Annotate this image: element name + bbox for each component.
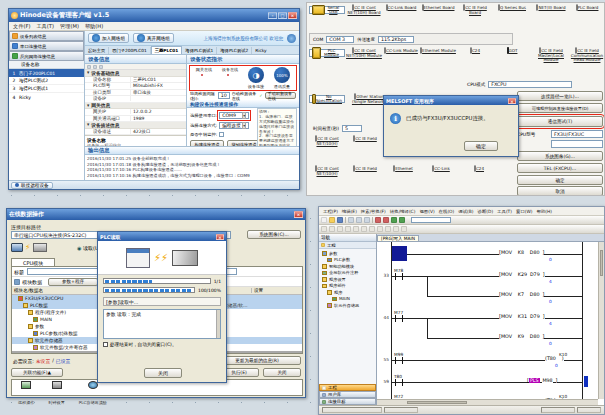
menu-edit[interactable]: 编辑(E) — [342, 209, 357, 214]
build-channel-button[interactable]: 构建连接通道 — [190, 140, 224, 146]
dialog-close-icon[interactable]: × — [508, 98, 516, 104]
manual-refresh-button[interactable]: 手动刷新设备在线 — [265, 92, 296, 99]
tab-siemens[interactable]: 西门子200PLC01 — [109, 47, 151, 54]
nav-button-connection[interactable]: 连接目标 — [319, 398, 376, 405]
pc-if-ccie-field-board[interactable]: CC IE Field Board — [457, 6, 493, 15]
col-setting[interactable]: 设置 — [252, 288, 302, 293]
open-icon[interactable] — [329, 217, 335, 223]
cut-icon[interactable] — [348, 217, 354, 223]
plc-if-ccie-field-head[interactable]: CC IE Field Communication Head Module — [569, 49, 605, 63]
other-station-none[interactable]: No Specification — [309, 95, 345, 103]
ladder-doc-tab[interactable]: [PRG]写入 MAIN — [377, 235, 419, 241]
pc-if-net2-board[interactable]: NET(II) Board — [533, 6, 569, 11]
plc-if-ccie-field-master[interactable]: CC IE Field Master/Local Module — [533, 49, 569, 63]
plc-if-ethernet-module[interactable]: Ethernet Module — [420, 49, 456, 54]
tab-hite1[interactable]: 海得PLC测试1 — [182, 47, 217, 54]
sidebar-item-device-list[interactable]: 设备列表信息 — [9, 31, 84, 41]
nav-button-project[interactable]: 工程 — [319, 384, 376, 391]
application-instr-icon[interactable] — [345, 226, 351, 232]
write-plc-icon[interactable] — [375, 217, 381, 223]
join-group-button[interactable]: 加入网络组 — [88, 33, 129, 43]
transfer-ok-button[interactable]: 确定 — [517, 175, 603, 185]
com-port-select[interactable]: COM9▾ — [219, 112, 249, 119]
menu-manage[interactable]: 管理(M) — [60, 23, 79, 30]
auto-close-checkbox[interactable] — [103, 342, 108, 347]
vertical-line-icon[interactable] — [353, 226, 359, 232]
menu-online[interactable]: 在线(O) — [439, 209, 455, 214]
menu-diagnostics[interactable]: 诊断(D) — [478, 209, 494, 214]
contact-symbol[interactable] — [395, 315, 403, 322]
param-program-button[interactable]: 参数+程序 — [48, 278, 98, 286]
save-icon[interactable] — [337, 217, 343, 223]
tab-hite2[interactable]: 海得PLC测试2 — [217, 47, 252, 54]
comm-test-button[interactable]: 通信测试(T) — [517, 116, 603, 127]
com-port-field[interactable]: COM 3 — [326, 36, 354, 43]
monitor-icon[interactable] — [391, 217, 397, 223]
system-image-button[interactable]: 系统图像(G)... — [517, 151, 603, 161]
sort-category-icon[interactable] — [87, 65, 91, 69]
menu-window[interactable]: 窗口(W) — [516, 209, 533, 214]
contact-symbol[interactable] — [395, 273, 403, 280]
ladder-canvas[interactable]: [MOV K8 D80 ] 0 33 M78 [MOV K29 D79 ] 4 … — [377, 242, 604, 405]
sort-az-icon[interactable] — [93, 65, 97, 69]
plc-if-got[interactable]: GOT — [494, 49, 530, 54]
pc-if-q-bus[interactable]: Q Series Bus — [494, 6, 530, 11]
vertical-scrollbar[interactable] — [598, 242, 604, 399]
relay-checkbox[interactable] — [219, 132, 224, 137]
plc-if-cclink-module[interactable]: CC-Link Module — [383, 49, 419, 54]
route-list-button[interactable]: 连接路径一览(L)... — [517, 91, 603, 101]
new-project-icon[interactable] — [321, 217, 327, 223]
connect-mode-select[interactable]: 编程连接▾ — [219, 122, 249, 129]
system-image-button[interactable]: 系统图像(C)... — [247, 230, 301, 239]
table-row[interactable]: 1西门子200PLC01 — [9, 69, 84, 77]
dialog-ok-button[interactable]: 确定 — [464, 141, 498, 151]
device-comment-icon[interactable] — [385, 226, 391, 232]
menu-help[interactable]: 帮助(H) — [537, 209, 553, 214]
tab-home[interactable]: 起始主页 — [85, 47, 109, 54]
auto-detect-check[interactable]: ✓ — [259, 93, 262, 98]
progress-log-list[interactable]: 参数 读取 : 完成 — [103, 309, 221, 339]
maximize-button[interactable]: □ — [278, 12, 287, 19]
baud-rate-field[interactable]: 115.2Kbps — [378, 36, 414, 43]
pc-if-serial-usb[interactable]: Serial USB — [309, 6, 345, 14]
statement-icon[interactable] — [393, 226, 399, 232]
interval-input[interactable]: 10 — [218, 92, 230, 99]
close-icon[interactable]: × — [216, 234, 224, 240]
table-row[interactable]: 3海得PLC测试1 — [9, 85, 84, 93]
coexist-cclink[interactable]: CC-Link — [423, 167, 459, 172]
nav-tree-item[interactable]: 软元件存储器 — [319, 302, 376, 309]
coexist-ccie-cont[interactable]: CC IE Cont NET/10(H) — [309, 167, 345, 176]
toolbar-combo[interactable] — [411, 217, 451, 223]
leave-group-button[interactable]: 离开网络组 — [133, 33, 174, 43]
pc-if-ccie-cont-board[interactable]: CC IE Cont NET(10H) Board — [346, 6, 382, 15]
monitor-stop-icon[interactable] — [399, 217, 405, 223]
sidebar-item-reverse-net[interactable]: 反向网络连接信息 — [9, 51, 84, 61]
coil-icon[interactable] — [337, 226, 343, 232]
table-row[interactable]: 4Ricky — [9, 93, 84, 101]
close-button[interactable]: × — [288, 12, 297, 19]
note-icon[interactable] — [401, 226, 407, 232]
table-row[interactable]: 2海得PLC测试2 — [9, 77, 84, 85]
transfer-cancel-button[interactable]: 取消 — [517, 186, 603, 196]
contact-close-icon[interactable] — [329, 226, 335, 232]
close-button[interactable]: 关闭 — [263, 368, 301, 377]
copy-icon[interactable] — [356, 217, 362, 223]
tel-button[interactable]: TEL (FXCPU)... — [517, 163, 603, 173]
pc-if-plc-board[interactable]: PLC Board — [569, 6, 605, 11]
read-plc-icon[interactable] — [383, 217, 389, 223]
check-time-field[interactable]: 5 — [342, 125, 362, 132]
direct-connect-button[interactable]: 可编程控制器直接连接设置(D) — [517, 103, 603, 113]
user-avatar[interactable] — [287, 34, 296, 43]
coexist-c24[interactable]: C24 — [461, 167, 497, 172]
coexist-ccie-field[interactable]: CC IE Field — [347, 167, 383, 172]
ladder-cursor[interactable] — [392, 246, 407, 261]
contact-symbol[interactable] — [395, 379, 403, 386]
progress-close-button[interactable]: 关闭 — [144, 368, 182, 378]
route-ccie-cont[interactable]: CC IE Cont NET/10(H) — [309, 137, 345, 146]
tab-mitsubishi[interactable]: 三菱PLC01 — [151, 46, 183, 54]
property-pages-icon[interactable] — [99, 65, 103, 69]
menu-debug[interactable]: 调试(B) — [458, 209, 473, 214]
menu-compile[interactable]: 转换/编译(C) — [390, 209, 416, 214]
tab-ricky[interactable]: Ricky — [252, 47, 269, 54]
close-icon[interactable]: × — [294, 211, 303, 218]
